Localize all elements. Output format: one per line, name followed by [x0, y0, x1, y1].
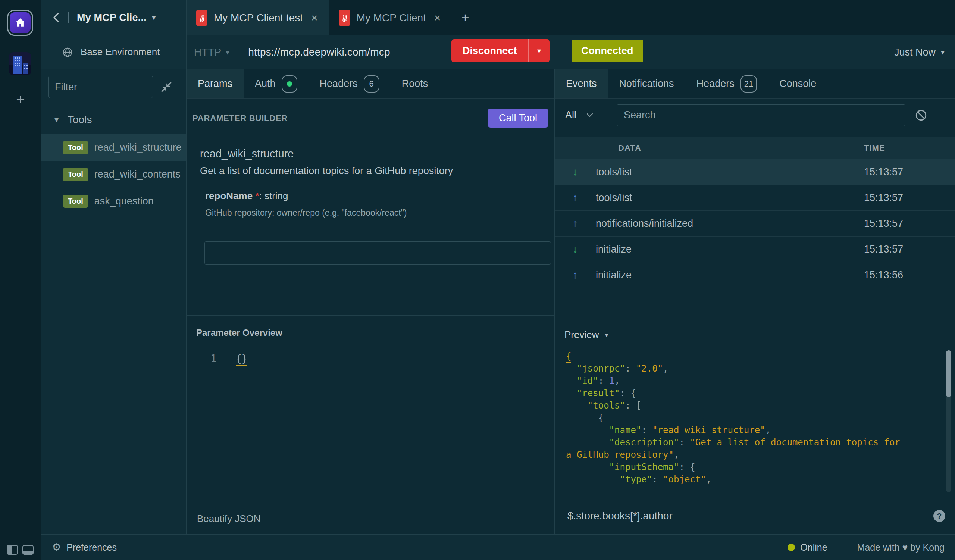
column-data: DATA — [618, 143, 641, 153]
help-icon[interactable]: ? — [933, 510, 945, 522]
preferences-button[interactable]: ⚙ Preferences — [52, 541, 117, 553]
tab-auth[interactable]: Auth — [244, 69, 308, 99]
param-name: repoName — [205, 190, 252, 202]
event-method: initialize — [596, 244, 632, 255]
scrollbar-thumb[interactable] — [946, 350, 951, 397]
json-line: { — [566, 350, 955, 363]
back-button[interactable] — [52, 12, 61, 23]
preview-mode-dropdown[interactable]: Preview ▾ — [564, 329, 955, 341]
parameter-overview-title: Parameter Overview — [196, 328, 554, 338]
arrow-down-icon: ↓ — [555, 166, 596, 178]
preview-label: Preview — [564, 329, 599, 341]
gear-icon: ⚙ — [52, 541, 61, 553]
event-time: 15:13:56 — [864, 269, 955, 281]
tool-type-badge: Tool — [63, 195, 88, 208]
sidebar-tool-item[interactable]: Toolread_wiki_contents — [41, 161, 186, 188]
event-row[interactable]: ↑notifications/initialized15:13:57 — [555, 211, 955, 236]
tab-mcp-client-test[interactable]: My MCP Client test × — [186, 0, 329, 36]
preferences-label: Preferences — [66, 542, 117, 553]
tab-headers[interactable]: Headers 6 — [308, 69, 391, 99]
home-icon — [10, 12, 31, 33]
selected-tool-name: read_wiki_structure — [200, 148, 554, 160]
json-line: "jsonrpc": "2.0", — [566, 363, 955, 375]
tool-name: ask_question — [94, 196, 154, 207]
project-avatar[interactable] — [9, 52, 31, 75]
json-line: "id": 1, — [566, 375, 955, 387]
toggle-left-panel-icon[interactable] — [7, 545, 18, 555]
home-button[interactable] — [7, 10, 33, 36]
request-tabs: Params Auth Headers 6 Roots — [186, 69, 554, 99]
json-line: a GitHub repository", — [566, 449, 955, 461]
mcp-request-icon — [339, 10, 350, 26]
online-dot-icon — [787, 544, 795, 551]
tools-section-toggle[interactable]: ▾ Tools — [41, 103, 186, 134]
toggle-bottom-panel-icon[interactable] — [22, 545, 34, 555]
events-table-header: DATA TIME — [555, 137, 955, 159]
tab-label: Headers — [697, 78, 734, 89]
tab-bar: My MCP Client test × My MCP Client × + — [186, 0, 955, 36]
beautify-json-button[interactable]: Beautify JSON — [197, 513, 261, 524]
tab-mcp-client[interactable]: My MCP Client × — [329, 0, 452, 36]
connection-bar: HTTP ▾ https://mcp.deepwiki.com/mcp Disc… — [186, 36, 955, 69]
event-row[interactable]: ↓initialize15:13:57 — [555, 236, 955, 262]
chevron-down-icon: ▾ — [55, 115, 59, 125]
sidebar-tool-item[interactable]: Toolread_wiki_structure — [41, 134, 186, 161]
response-filter-bar: ? — [555, 497, 955, 534]
sidebar: ▾ Tools Toolread_wiki_structureToolread_… — [41, 69, 186, 534]
workspace-name[interactable]: My MCP Clie... — [77, 12, 147, 23]
auth-enabled-dot — [287, 81, 292, 86]
parameter-overview: Parameter Overview 1 {} — [186, 315, 554, 502]
new-tab-button[interactable]: + — [452, 0, 478, 36]
server-url[interactable]: https://mcp.deepwiki.com/mcp — [248, 46, 390, 58]
tab-headers-response[interactable]: Headers 21 — [685, 69, 769, 99]
events-search-input[interactable] — [617, 105, 905, 126]
history-label: Just Now — [894, 47, 936, 58]
history-dropdown[interactable]: Just Now ▾ — [894, 36, 944, 69]
response-preview: Preview ▾ { "jsonrpc": "2.0", "id": 1, "… — [555, 319, 955, 497]
event-type-dropdown[interactable]: All — [565, 109, 593, 121]
arrow-down-icon: ↓ — [555, 243, 596, 255]
auth-status-pill — [282, 75, 297, 92]
tool-name: read_wiki_contents — [94, 169, 180, 180]
call-tool-button[interactable]: Call Tool — [488, 109, 548, 128]
event-row[interactable]: ↑tools/list15:13:57 — [555, 185, 955, 211]
close-tab-icon[interactable]: × — [433, 12, 442, 24]
clear-events-icon[interactable] — [914, 108, 928, 123]
online-label: Online — [800, 542, 827, 553]
jsonpath-filter-input[interactable] — [567, 510, 927, 522]
json-line: "inputSchema": { — [566, 461, 955, 474]
sidebar-tool-item[interactable]: Toolask_question — [41, 188, 186, 214]
tab-events[interactable]: Events — [555, 69, 608, 99]
base-environment-row[interactable]: Base Environment — [41, 36, 186, 69]
disconnect-button[interactable]: Disconnect — [451, 39, 528, 62]
filter-input[interactable] — [49, 76, 153, 98]
collapse-all-icon[interactable] — [159, 80, 174, 94]
event-time: 15:13:57 — [864, 244, 955, 255]
disconnect-menu-caret[interactable]: ▾ — [528, 39, 550, 62]
repo-name-input[interactable] — [204, 241, 551, 264]
event-row[interactable]: ↓tools/list15:13:57 — [555, 159, 955, 185]
chevron-down-icon[interactable]: ▾ — [152, 13, 156, 22]
tab-roots[interactable]: Roots — [391, 69, 440, 99]
arrow-up-icon: ↑ — [555, 269, 596, 281]
event-time: 15:13:57 — [864, 218, 955, 230]
parameter-builder-title: PARAMETER BUILDER — [193, 113, 288, 123]
tab-console[interactable]: Console — [768, 69, 827, 99]
add-project-button[interactable]: + — [0, 91, 41, 109]
tab-notifications[interactable]: Notifications — [608, 69, 685, 99]
method-dropdown[interactable]: HTTP ▾ — [194, 46, 229, 58]
globe-icon — [62, 47, 73, 58]
column-time: TIME — [864, 143, 955, 153]
event-time: 15:13:57 — [864, 166, 955, 178]
json-line: "result": { — [566, 387, 955, 400]
event-method: initialize — [596, 269, 632, 281]
parameter-builder: PARAMETER BUILDER Call Tool read_wiki_st… — [186, 99, 554, 315]
event-row[interactable]: ↑initialize15:13:56 — [555, 262, 955, 288]
tool-type-badge: Tool — [63, 141, 88, 154]
tab-params[interactable]: Params — [186, 69, 244, 99]
json-braces: {} — [236, 353, 247, 366]
tab-label: Events — [566, 78, 597, 89]
tab-label: Roots — [402, 78, 428, 89]
parameter-json-editor[interactable]: 1 {} — [186, 353, 554, 366]
close-tab-icon[interactable]: × — [310, 12, 319, 24]
